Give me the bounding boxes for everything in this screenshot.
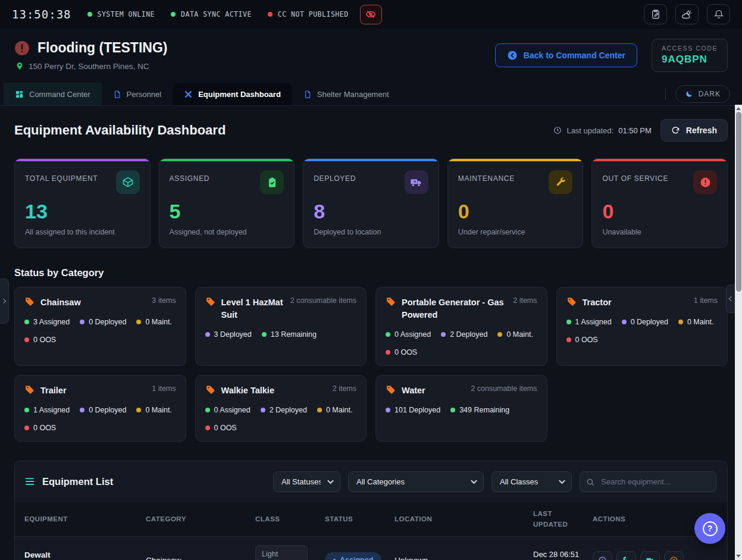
deploy-action-button[interactable] — [640, 551, 660, 560]
map-pin-icon — [15, 61, 24, 71]
category-stat: 1 Assigned — [24, 406, 70, 414]
row-actions — [593, 551, 727, 560]
status-dot — [24, 408, 29, 412]
last-updated-label: Last updated: — [566, 126, 613, 135]
status-dot — [205, 408, 210, 412]
category-card-chainsaw: Chainsaw 3 items 3 Assigned 0 Deployed 0… — [14, 287, 186, 366]
status-dot — [87, 12, 92, 17]
back-button-label: Back to Command Center — [524, 51, 625, 60]
tab-command-center[interactable]: Command Center — [4, 83, 102, 105]
history-action-button[interactable] — [593, 551, 612, 560]
page-title: Equipment Availability Dashboard — [14, 123, 226, 138]
category-stat: 0 Maint. — [136, 406, 171, 414]
status-dot — [24, 320, 29, 324]
status-cc-not-published: CC NOT PUBLISHED — [268, 10, 349, 18]
page-scrollbar[interactable] — [735, 105, 742, 560]
category-count: 2 consumable items — [471, 384, 537, 393]
category-filter-select[interactable]: All Categories — [348, 471, 484, 492]
topbar-actions — [644, 4, 730, 24]
scrollbar-up-arrow-icon[interactable] — [736, 107, 741, 110]
right-panel-toggle[interactable] — [726, 284, 735, 313]
assign-location-action-button[interactable] — [616, 551, 636, 560]
help-button[interactable]: ? — [694, 513, 725, 544]
theme-toggle-label: DARK — [699, 90, 721, 98]
weather-button[interactable] — [675, 4, 699, 24]
stat-card-maintenance: MAINTENANCE 0 Under repair/service — [447, 158, 584, 248]
tag-icon — [24, 296, 35, 306]
search-input[interactable] — [580, 471, 716, 492]
question-mark-icon: ? — [703, 521, 718, 536]
list-icon — [26, 477, 36, 486]
stat-label: ASSIGNED — [170, 170, 210, 183]
category-filter-wrap: All Categories — [348, 471, 484, 492]
back-to-command-center-button[interactable]: Back to Command Center — [495, 43, 637, 67]
status-dot — [136, 320, 141, 324]
column-header: EQUIPMENT — [24, 514, 146, 524]
tab-equipment-dashboard[interactable]: Equipment Dashboard — [173, 83, 292, 105]
status-dot — [268, 12, 273, 17]
category-stat: 0 OOS — [566, 336, 598, 344]
status-dot — [678, 320, 683, 324]
category-stat: 2 Deployed — [441, 330, 487, 339]
status-filter-select[interactable]: All Statuses — [273, 471, 340, 492]
stat-caption: Under repair/service — [458, 228, 573, 236]
column-header: STATUS — [325, 514, 395, 524]
stat-label: OUT OF SERVICE — [602, 170, 668, 183]
status-dot — [171, 12, 176, 17]
clipboard-button[interactable] — [644, 4, 667, 24]
notifications-button[interactable] — [707, 4, 730, 24]
category-stat: 0 OOS — [205, 424, 237, 432]
bell-icon — [713, 9, 724, 20]
column-header: LOCATION — [395, 514, 533, 524]
theme-toggle-button[interactable]: DARK — [675, 85, 730, 103]
equipment-last-updated: Dec 28 06:51 PM — [533, 549, 593, 560]
access-code-box: ACCESS CODE 9AQBPN — [652, 39, 728, 72]
scrollbar-thumb[interactable] — [736, 112, 741, 292]
tab-personnel[interactable]: Personnel — [102, 83, 173, 105]
incident-address-text: 150 Perry Dr, Southern Pines, NC — [29, 62, 149, 71]
tab-label: Shelter Management — [317, 90, 389, 99]
category-stat: 0 Deployed — [80, 318, 126, 326]
scrollbar-down-arrow-icon[interactable] — [736, 555, 741, 558]
status-dot — [566, 337, 571, 342]
access-code-value: 9AQBPN — [662, 54, 718, 65]
category-card-portable-generator: Portable Generator - Gas Powered 2 items… — [375, 287, 547, 366]
category-stat: 0 Deployed — [80, 406, 126, 414]
tag-icon — [24, 384, 35, 395]
category-stat: 0 OOS — [24, 336, 56, 344]
divider — [665, 88, 666, 100]
status-dot — [386, 332, 390, 337]
stat-caption: Deployed to location — [314, 228, 428, 236]
equipment-name: Dewalt — [24, 550, 137, 559]
category-count: 2 consumable items — [290, 296, 356, 305]
category-cards: Chainsaw 3 items 3 Assigned 0 Deployed 0… — [14, 287, 728, 442]
last-updated: Last updated: 01:50 PM — [553, 126, 651, 135]
access-code-label: ACCESS CODE — [662, 45, 718, 52]
class-filter-wrap: All Classes — [491, 471, 572, 492]
category-stat: 1 Assigned — [566, 318, 612, 326]
stat-value: 5 — [170, 201, 284, 221]
circle-arrow-left-icon — [507, 50, 518, 61]
box-icon — [116, 170, 140, 194]
class-filter-select[interactable]: All Classes — [491, 471, 572, 492]
column-header: CATEGORY — [146, 514, 255, 524]
refresh-button[interactable]: Refresh — [660, 119, 728, 142]
category-count: 2 items — [513, 296, 537, 305]
remove-action-button[interactable] — [664, 551, 684, 560]
column-header: CLASS — [255, 514, 325, 524]
equipment-list-panel: Equipment List All Statuses All Categori… — [14, 461, 728, 560]
refresh-icon — [671, 126, 680, 135]
tab-shelter-management[interactable]: Shelter Management — [292, 83, 400, 105]
left-panel-toggle[interactable] — [0, 279, 9, 324]
category-stat: 0 Maint. — [678, 318, 713, 326]
search-wrap — [580, 471, 716, 492]
tab-label: Command Center — [29, 90, 90, 99]
category-name: Portable Generator - Gas Powered — [402, 296, 507, 321]
class-badge: Light Equipment — [255, 545, 308, 560]
category-name: Tractor — [583, 296, 688, 309]
status-badge: Assigned — [325, 552, 381, 560]
status-dot — [441, 332, 446, 337]
status-dot — [24, 426, 29, 430]
status-dot — [386, 350, 390, 355]
publish-toggle-button[interactable] — [360, 5, 382, 24]
